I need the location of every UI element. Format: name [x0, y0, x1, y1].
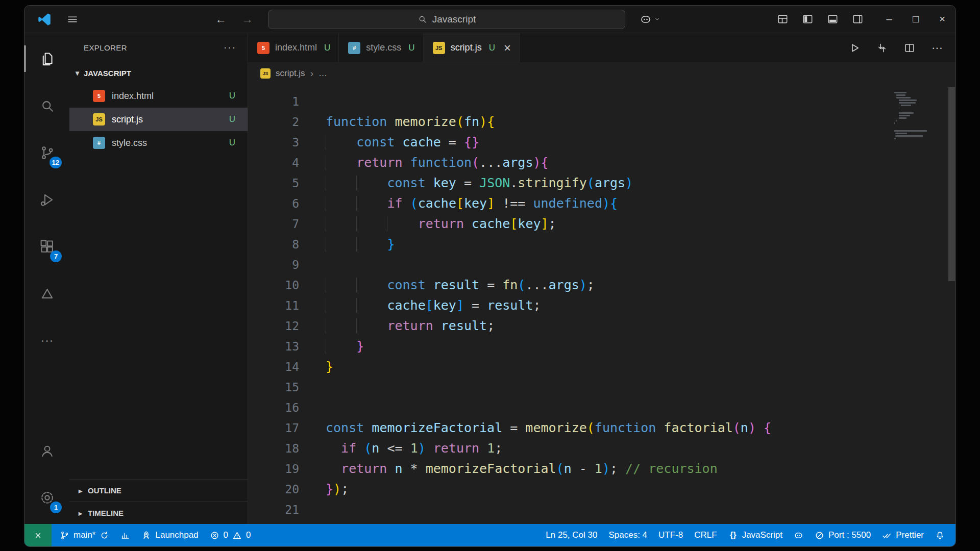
- scrollbar-thumb[interactable]: [948, 87, 955, 281]
- git-status-badge: U: [408, 43, 414, 53]
- line-content: return result;: [326, 316, 495, 336]
- minimap[interactable]: [894, 89, 946, 145]
- split-icon[interactable]: [903, 42, 916, 54]
- line-content: }: [326, 336, 364, 357]
- status-problems[interactable]: 00: [204, 524, 257, 546]
- status-text: Ln 25, Col 30: [546, 530, 597, 540]
- close-icon[interactable]: ×: [504, 41, 511, 55]
- copilot-menu[interactable]: [640, 13, 661, 26]
- code-line: 18 if (n <= 1) return 1;: [248, 438, 955, 459]
- line-content: const cache = {}: [326, 132, 479, 153]
- panel-timeline[interactable]: ▸TIMELINE: [69, 502, 248, 524]
- line-number: 9: [248, 255, 299, 275]
- status-cursor-position[interactable]: Ln 25, Col 30: [540, 524, 603, 546]
- breadcrumb-ellipsis[interactable]: …: [318, 68, 327, 79]
- line-number: 22: [248, 520, 299, 524]
- activity-custom-view[interactable]: [24, 270, 69, 317]
- file-style.css[interactable]: #style.cssU: [69, 131, 248, 155]
- line-content: }: [326, 357, 333, 377]
- sidebar-explorer: EXPLORER ··· ▾ JAVASCRIPT 5index.htmlUJS…: [69, 33, 248, 524]
- activity-extensions[interactable]: 7: [24, 223, 69, 270]
- chevron-right-icon: ›: [310, 68, 313, 79]
- breadcrumb[interactable]: JS script.js › …: [248, 63, 955, 84]
- activity-source-control[interactable]: 12: [24, 129, 69, 176]
- code-line: 15: [248, 377, 955, 397]
- tab-style.css[interactable]: #style.cssU: [339, 33, 423, 62]
- status-notifications[interactable]: [929, 524, 950, 546]
- status-graph[interactable]: [115, 524, 136, 546]
- status-launchpad[interactable]: Launchpad: [136, 524, 204, 546]
- activity-search[interactable]: [24, 82, 69, 129]
- triangle-icon: [39, 286, 55, 302]
- toggle-panel-icon[interactable]: [827, 13, 839, 25]
- line-number: 5: [248, 173, 299, 193]
- activity-run-and-debug[interactable]: [24, 176, 69, 223]
- folder-javascript[interactable]: ▾ JAVASCRIPT: [69, 62, 248, 84]
- maximize-button[interactable]: □: [902, 13, 929, 25]
- status-text: Port : 5500: [828, 530, 871, 540]
- customize-layout-icon[interactable]: [777, 13, 789, 25]
- double-check-icon: [882, 531, 892, 540]
- status-text: Prettier: [896, 530, 924, 540]
- activity-settings[interactable]: 1: [24, 474, 69, 521]
- tab-bar: 5index.htmlU#style.cssUJSscript.jsU× ···: [248, 33, 955, 63]
- debug-icon: [39, 192, 55, 208]
- file-script.js[interactable]: JSscript.jsU: [69, 108, 248, 131]
- html-file-icon: 5: [93, 90, 105, 102]
- file-index.html[interactable]: 5index.htmlU: [69, 84, 248, 108]
- status-text: 0: [224, 530, 228, 540]
- status-git-branch[interactable]: main*: [54, 524, 115, 546]
- breadcrumb-file[interactable]: script.js: [276, 68, 305, 79]
- editor-actions: ···: [848, 33, 955, 62]
- explorer-more-icon[interactable]: ···: [224, 42, 236, 53]
- status-prettier[interactable]: Prettier: [876, 524, 929, 546]
- folder-label: JAVASCRIPT: [84, 69, 131, 78]
- code-line: 22: [248, 520, 955, 524]
- line-number: 1: [248, 91, 299, 112]
- code-line: 10 const result = fn(...args);: [248, 275, 955, 295]
- tab-script.js[interactable]: JSscript.jsU×: [424, 33, 520, 62]
- line-number: 4: [248, 153, 299, 173]
- line-content: function memorize(fn){: [326, 112, 495, 132]
- toggle-primary-sidebar-icon[interactable]: [802, 13, 814, 25]
- close-button[interactable]: ×: [929, 13, 955, 25]
- code-line: 13 }: [248, 336, 955, 357]
- menu-icon[interactable]: [66, 13, 79, 26]
- status-language-mode[interactable]: {}JavaScript: [723, 524, 788, 546]
- line-number: 7: [248, 214, 299, 234]
- line-number: 8: [248, 234, 299, 255]
- code-line: 19 return n * memorizeFactorial(n - 1); …: [248, 459, 955, 479]
- activity-explorer[interactable]: [24, 35, 69, 82]
- tab-index.html[interactable]: 5index.htmlU: [248, 33, 339, 62]
- status-copilot[interactable]: [788, 524, 809, 546]
- back-arrow-icon[interactable]: ←: [215, 13, 227, 26]
- titlebar-right: –□×: [765, 13, 955, 25]
- more-icon[interactable]: ···: [931, 42, 943, 54]
- line-content: if (cache[key] !== undefined){: [326, 193, 618, 214]
- status-eol[interactable]: CRLF: [689, 524, 722, 546]
- status-encoding[interactable]: UTF-8: [653, 524, 689, 546]
- play-icon[interactable]: [848, 42, 861, 54]
- activity-additional-views[interactable]: ···: [24, 317, 69, 364]
- status-port[interactable]: Port : 5500: [809, 524, 876, 546]
- forward-arrow-icon[interactable]: →: [241, 13, 254, 26]
- chevron-right-icon: ▸: [79, 487, 82, 495]
- status-indentation[interactable]: Spaces: 4: [603, 524, 653, 546]
- activity-accounts[interactable]: [24, 427, 69, 474]
- titlebar-left: [24, 12, 111, 27]
- compare-icon[interactable]: [876, 42, 888, 54]
- file-name: style.css: [112, 138, 147, 148]
- stats-icon: [120, 531, 130, 540]
- command-center-search[interactable]: Javascript: [268, 10, 625, 29]
- line-content: const result = fn(...args);: [326, 275, 595, 295]
- code-editor[interactable]: 12function memorize(fn){3 const cache = …: [248, 84, 955, 524]
- branch-icon: [60, 531, 69, 540]
- toggle-secondary-sidebar-icon[interactable]: [852, 13, 864, 25]
- scrollbar[interactable]: [948, 84, 955, 524]
- code-line: 3 const cache = {}: [248, 132, 955, 153]
- status-remote[interactable]: [24, 524, 52, 546]
- panel-outline[interactable]: ▸OUTLINE: [69, 479, 248, 502]
- line-content: }: [326, 234, 395, 255]
- minimize-button[interactable]: –: [876, 13, 902, 25]
- file-name: index.html: [112, 91, 154, 102]
